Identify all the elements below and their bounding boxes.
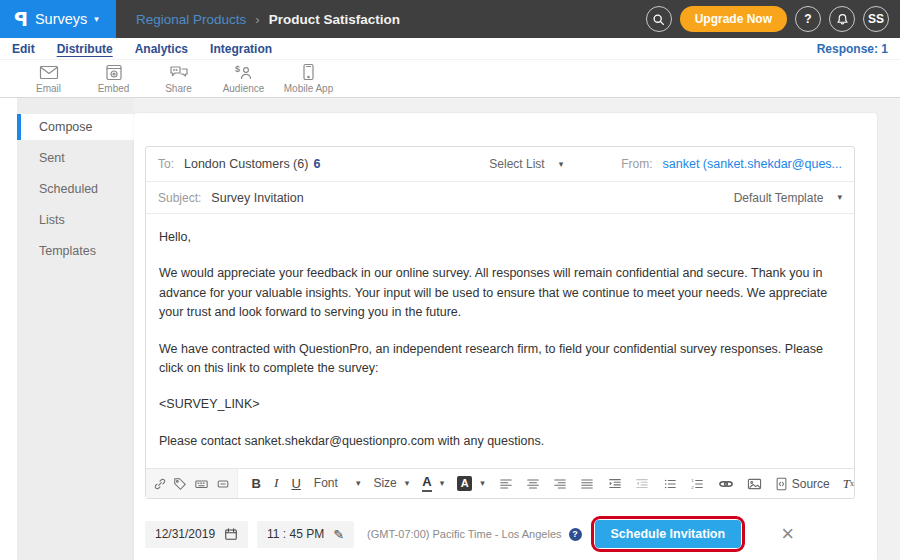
increase-indent-button[interactable] — [608, 477, 622, 491]
chevron-down-icon: ▾ — [440, 479, 445, 488]
italic-button[interactable]: I — [274, 475, 279, 491]
bold-button[interactable]: B — [252, 476, 261, 491]
align-right-button[interactable] — [553, 477, 567, 491]
breadcrumb: Regional Products › Product Satisfaction — [136, 12, 400, 27]
chevron-down-icon: ▾ — [837, 193, 842, 202]
channel-audience[interactable]: $ Audience — [211, 64, 276, 94]
insert-link-icon[interactable] — [153, 477, 167, 491]
text-style-group: B I U Font ▾ Size ▾ A ▾ — [252, 475, 485, 491]
from-label: From: — [621, 157, 652, 171]
font-label: Font — [314, 476, 338, 490]
sidebar-item-scheduled[interactable]: Scheduled — [17, 176, 134, 202]
chevron-down-icon: ▾ — [356, 479, 361, 488]
date-picker[interactable]: 12/31/2019 — [145, 521, 248, 548]
channel-share[interactable]: Share — [146, 64, 211, 94]
text-color-dropdown[interactable]: A ▾ — [422, 475, 444, 491]
formatting-toolbar: B I U Font ▾ Size ▾ A ▾ — [146, 468, 854, 498]
close-icon[interactable]: × — [781, 523, 794, 545]
bg-color-dropdown[interactable]: A ▾ — [457, 476, 485, 491]
bullet-list-button[interactable] — [663, 477, 677, 491]
sidebar-item-templates[interactable]: Templates — [17, 238, 134, 264]
remove-format-t: T — [843, 476, 850, 492]
select-list-label: Select List — [489, 157, 544, 171]
chevron-down-icon: ▾ — [94, 15, 99, 24]
channel-mobile-app[interactable]: Mobile App — [276, 63, 341, 94]
distribute-sidebar: Compose Sent Scheduled Lists Templates — [17, 98, 134, 560]
avatar[interactable]: SS — [863, 6, 889, 32]
align-center-button[interactable] — [526, 477, 540, 491]
numbered-list-button[interactable]: 12 — [690, 477, 704, 491]
insert-image-button[interactable] — [747, 477, 762, 491]
sidebar-item-lists[interactable]: Lists — [17, 207, 134, 233]
breadcrumb-parent-link[interactable]: Regional Products — [136, 12, 246, 27]
subject-input[interactable]: Survey Invitation — [211, 191, 303, 205]
channel-list: Email Embed Share $ Audience Mobile App — [0, 60, 900, 97]
email-body-editor[interactable]: Hello, We would appreciate your feedback… — [146, 214, 854, 468]
response-count[interactable]: Response: 1 — [817, 42, 888, 56]
source-button[interactable]: Source — [775, 477, 830, 491]
header-actions: Upgrade Now ? SS — [646, 6, 900, 32]
tab-distribute[interactable]: Distribute — [57, 42, 113, 56]
channel-label: Email — [36, 83, 61, 94]
bell-icon — [836, 13, 849, 26]
share-icon — [169, 64, 189, 81]
calendar-icon — [224, 527, 238, 541]
insert-group: Source Tx — [718, 476, 854, 492]
tab-analytics[interactable]: Analytics — [135, 42, 188, 56]
channel-label: Audience — [223, 83, 265, 94]
insert-tag-icon[interactable] — [173, 477, 187, 491]
tab-edit[interactable]: Edit — [12, 42, 35, 56]
search-button[interactable] — [646, 6, 672, 32]
decrease-indent-button[interactable] — [635, 477, 649, 491]
template-label: Default Template — [734, 191, 824, 205]
compose-panel: To: London Customers (6) 6 Select List ▾… — [134, 113, 877, 560]
edit-time-icon: ✎ — [333, 527, 344, 542]
remove-format-button[interactable]: Tx — [843, 476, 854, 492]
body-paragraph: <SURVEY_LINK> — [159, 395, 841, 414]
sidebar-item-sent[interactable]: Sent — [17, 145, 134, 171]
channel-label: Share — [165, 83, 192, 94]
chevron-down-icon: ▾ — [480, 479, 485, 488]
channel-email[interactable]: Email — [16, 64, 81, 94]
insert-button-icon[interactable] — [216, 477, 230, 491]
search-icon — [652, 13, 665, 26]
select-list-dropdown[interactable]: Select List ▾ — [489, 157, 563, 171]
upgrade-now-button[interactable]: Upgrade Now — [680, 6, 787, 32]
align-left-button[interactable] — [499, 477, 513, 491]
page-title: Product Satisfaction — [269, 12, 400, 27]
schedule-invitation-button[interactable]: Schedule Invitation — [595, 520, 742, 548]
notifications-button[interactable] — [829, 6, 855, 32]
justify-button[interactable] — [580, 477, 594, 491]
highlight-ring: Schedule Invitation — [591, 516, 746, 552]
body-paragraph: We have contracted with QuestionPro, an … — [159, 340, 841, 379]
channel-embed[interactable]: Embed — [81, 64, 146, 94]
size-dropdown[interactable]: Size ▾ — [373, 476, 409, 490]
hyperlink-button[interactable] — [718, 477, 734, 491]
top-header: P Surveys ▾ Regional Products › Product … — [0, 0, 900, 38]
subject-row: Subject: Survey Invitation Default Templ… — [146, 182, 854, 214]
svg-text:2: 2 — [691, 484, 694, 489]
sidebar-item-compose[interactable]: Compose — [17, 114, 134, 140]
product-switcher[interactable]: P Surveys ▾ — [0, 0, 116, 38]
source-label: Source — [792, 477, 830, 491]
to-recipients[interactable]: London Customers (6) — [184, 157, 308, 171]
recipient-count[interactable]: 6 — [313, 157, 320, 171]
subject-label: Subject: — [158, 191, 201, 205]
text-color-icon: A — [422, 475, 431, 491]
from-address[interactable]: sanket (sanket.shekdar@ques... — [663, 157, 842, 171]
date-value: 12/31/2019 — [155, 527, 215, 541]
indent-group — [608, 477, 649, 491]
questionpro-logo-icon: P — [14, 8, 28, 30]
time-value: 11 : 45 PM — [267, 527, 324, 541]
list-group: 12 — [663, 477, 704, 491]
timezone-help-icon[interactable]: ? — [569, 528, 582, 541]
to-row: To: London Customers (6) 6 Select List ▾… — [146, 147, 854, 182]
template-dropdown[interactable]: Default Template ▾ — [734, 191, 842, 205]
font-dropdown[interactable]: Font ▾ — [314, 476, 361, 490]
tab-integration[interactable]: Integration — [210, 42, 272, 56]
insert-tools-group — [146, 469, 238, 498]
insert-field-icon[interactable] — [194, 477, 209, 491]
time-picker[interactable]: 11 : 45 PM ✎ — [257, 521, 354, 548]
underline-button[interactable]: U — [291, 476, 300, 491]
help-button[interactable]: ? — [795, 6, 821, 32]
